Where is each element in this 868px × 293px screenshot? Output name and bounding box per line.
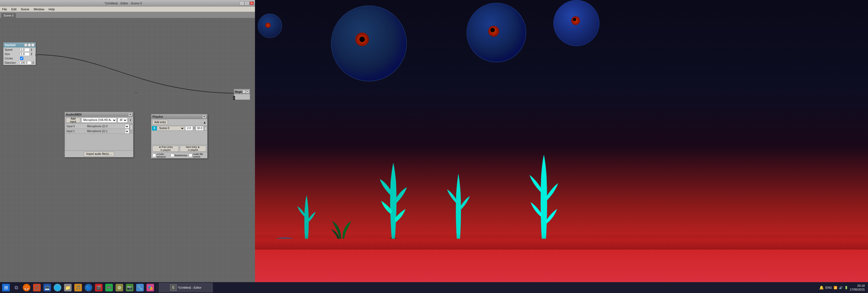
input-label-0: Input 0 — [65, 125, 86, 128]
node-icon-2[interactable]: ◈ — [28, 43, 31, 47]
editor-panel: *(Untitled) - Editor - Scene 0 − □ ✕ Fil… — [0, 0, 255, 293]
node-spinner-down-speed[interactable]: ▼ — [30, 50, 33, 51]
add-input-button[interactable]: Add input — [66, 118, 80, 123]
sphere-large-blue — [331, 5, 407, 81]
node-magic-input-port[interactable] — [233, 96, 235, 98]
taskbar-app1[interactable]: 🎵 — [32, 283, 42, 292]
task-view-icon: ⧉ — [12, 284, 20, 291]
entry-val2-0[interactable] — [196, 126, 204, 130]
taskbar-app2[interactable]: 💻 — [42, 283, 52, 292]
taskbar: ⊞ ⧉ 🦊 🎵 💻 🌐 📁 🎵 🔵 🎬 🎮 ⚙ 📷 🔧 🎭 — [0, 282, 868, 293]
audiomidi-close-button[interactable]: ✕ — [128, 113, 132, 116]
entry-num-0: 0 — [152, 126, 157, 130]
node-checkbox-circles[interactable] — [20, 57, 23, 60]
menu-file[interactable]: File — [1, 7, 8, 11]
node-magic-port-2[interactable] — [233, 98, 235, 100]
menu-bar: File Edit Scene Window Help — [0, 6, 255, 12]
input-device-select-1[interactable] — [125, 129, 129, 134]
node-input-starssec[interactable] — [20, 61, 31, 65]
app8-icon: 🎮 — [105, 284, 113, 291]
node-icon-1[interactable]: □ — [24, 43, 27, 47]
playlist-footer: A Auto-advance Randomize Audio file cont… — [151, 152, 207, 158]
scrollbar-thumb[interactable] — [130, 124, 133, 130]
node-output-port[interactable] — [35, 54, 37, 56]
playlist-nav: ◄ Prev entryin playlist Next entry ►in p… — [151, 145, 207, 152]
title-bar: *(Untitled) - Editor - Scene 0 − □ ✕ — [0, 0, 255, 6]
tab-bar: Scene 0 — [0, 12, 255, 18]
node-input-speed[interactable] — [20, 48, 30, 52]
taskbar-wifi-icon: 📶 — [834, 286, 837, 290]
playlist-scroll-up[interactable]: ▲ — [203, 121, 206, 124]
start-button[interactable]: ⊞ — [1, 283, 11, 292]
audiomidi-content: Input 0 Microphone (2) 0 Input 1 Microph… — [65, 123, 133, 151]
taskbar-app8[interactable]: 🎮 — [104, 283, 114, 292]
tab-scene0[interactable]: Scene 0 — [1, 13, 16, 18]
audio-file-checkbox[interactable] — [189, 153, 192, 157]
taskbar-app10[interactable]: 📷 — [125, 283, 134, 292]
node-magic-icon-2[interactable]: ✕ — [246, 90, 249, 93]
node-spinner-down-starssec[interactable]: ▼ — [32, 63, 34, 64]
add-entry-button[interactable]: Add entry — [152, 120, 168, 125]
taskbar-right: 🔔 ENG 📶 🔊 🔋 20:18 17/06/2015 — [819, 284, 867, 292]
auto-advance-label: A Auto-advance — [152, 153, 169, 158]
import-audio-button[interactable]: Import audio file(s).... — [84, 152, 114, 156]
rate-select[interactable]: 480 — [118, 118, 127, 123]
taskbar-app11[interactable]: 🔧 — [135, 283, 145, 292]
taskbar-app12[interactable]: 🎭 — [145, 283, 155, 292]
node-spinner-down-size[interactable]: ▼ — [30, 54, 33, 56]
entry-val1-0[interactable] — [185, 126, 193, 130]
node-input-size[interactable] — [20, 52, 30, 56]
menu-edit[interactable]: Edit — [10, 7, 18, 11]
svg-marker-0 — [135, 92, 137, 94]
menu-scene[interactable]: Scene — [20, 7, 30, 11]
node-label-circles: Circles — [5, 57, 20, 60]
audiomidi-scrollbar[interactable] — [129, 124, 133, 134]
minimize-button[interactable]: − — [240, 1, 244, 5]
device-select[interactable]: Microphone (VIA HD Audio(Win8.... — [82, 118, 117, 123]
input-device-0: Microphone (2) 0 — [86, 125, 125, 128]
node-magic-icon-1[interactable]: □ — [243, 90, 246, 93]
menu-window[interactable]: Window — [33, 7, 45, 11]
app10-icon: 📷 — [126, 284, 133, 291]
randomize-checkbox[interactable] — [170, 153, 174, 157]
node-starfield-title: Starfield — [5, 44, 16, 47]
audiomidi-dropdown-btn[interactable]: ▼ — [129, 118, 132, 122]
node-icon-3[interactable]: ✕ — [31, 43, 34, 47]
playlist-scroll-thumb[interactable] — [204, 127, 207, 130]
playlist-scrollbar[interactable] — [204, 126, 207, 130]
maximize-button[interactable]: □ — [245, 1, 249, 5]
taskbar-firefox[interactable]: 🦊 — [22, 283, 31, 292]
node-starfield-header[interactable]: Starfield □ ◈ ✕ — [3, 42, 35, 48]
input-device-select-0[interactable] — [125, 124, 129, 128]
taskbar-app6[interactable]: 🔵 — [84, 283, 93, 292]
taskbar-app9[interactable]: ⚙ — [115, 283, 124, 292]
taskbar-app4[interactable]: 📁 — [63, 283, 73, 292]
windows-icon: ⊞ — [2, 284, 10, 291]
editor-task-label: *(Untitled) - Editor — [178, 286, 201, 289]
node-magic-title: Magic — [235, 90, 243, 93]
taskbar-editor-task[interactable]: E *(Untitled) - Editor — [159, 283, 213, 292]
auto-advance-text: A Auto-advance — [156, 153, 169, 158]
node-starfield: Starfield □ ◈ ✕ Speed ▲ ▼ Size — [3, 42, 36, 65]
firefox-icon: 🦊 — [23, 284, 30, 291]
app12-icon: 🎭 — [147, 284, 154, 291]
playlist-entry-0: 0 Scene 0 C — [151, 126, 207, 131]
node-row-starssec: Stars/sec ▲ ▼ — [3, 60, 35, 65]
taskbar-app7[interactable]: 🎬 — [94, 283, 104, 292]
taskbar-app3[interactable]: 🌐 — [53, 283, 62, 292]
playlist-close-button[interactable]: ✕ — [203, 115, 206, 119]
audiomidi-toolbar: Add input Microphone (VIA HD Audio(Win8.… — [65, 117, 133, 123]
entry-scene-select-0[interactable]: Scene 0 — [157, 126, 185, 130]
menu-help[interactable]: Help — [48, 7, 56, 11]
taskbar-task-view[interactable]: ⧉ — [11, 283, 21, 292]
close-button[interactable]: ✕ — [250, 1, 254, 5]
taskbar-divider — [157, 284, 157, 291]
playlist-empty-area — [151, 131, 207, 145]
app4-icon: 📁 — [64, 284, 72, 291]
clock-date: 17/06/2015 — [850, 288, 865, 291]
next-entry-button[interactable]: Next entry ►in playlist — [180, 146, 206, 152]
taskbar-app5[interactable]: 🎵 — [73, 283, 83, 292]
node-magic-header[interactable]: Magic □ ✕ — [234, 89, 250, 94]
auto-advance-checkbox[interactable] — [152, 153, 156, 157]
prev-entry-button[interactable]: ◄ Prev entryin playlist — [152, 146, 179, 152]
